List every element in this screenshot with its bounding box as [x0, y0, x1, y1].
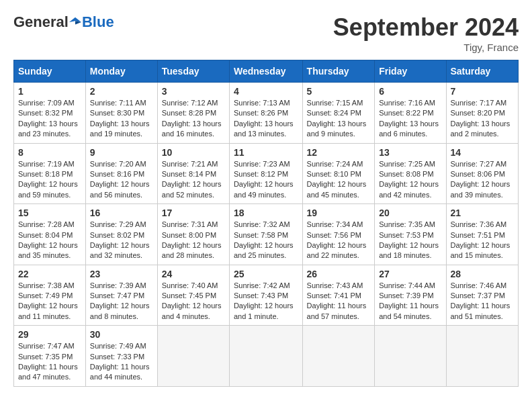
day-info: Sunrise: 7:25 AM Sunset: 8:08 PM Dayligh… [379, 159, 441, 201]
day-number: 18 [234, 208, 298, 218]
daylight-label: Daylight: 12 hours and 18 minutes. [379, 241, 439, 259]
calendar-week-5: 29 Sunrise: 7:47 AM Sunset: 7:35 PM Dayl… [14, 326, 519, 387]
day-info: Sunrise: 7:49 AM Sunset: 7:33 PM Dayligh… [90, 341, 153, 383]
calendar-cell: 3 Sunrise: 7:12 AM Sunset: 8:28 PM Dayli… [157, 83, 229, 144]
sunrise-label: Sunrise: 7:24 AM [307, 160, 363, 168]
day-info: Sunrise: 7:36 AM Sunset: 7:51 PM Dayligh… [451, 220, 515, 261]
day-info: Sunrise: 7:15 AM Sunset: 8:24 PM Dayligh… [307, 98, 371, 140]
daylight-label: Daylight: 12 hours and 8 minutes. [90, 302, 150, 320]
weekday-header-saturday: Saturday [446, 60, 519, 83]
daylight-label: Daylight: 12 hours and 32 minutes. [90, 241, 150, 259]
sunrise-label: Sunrise: 7:13 AM [234, 99, 290, 107]
calendar-cell: 11 Sunrise: 7:23 AM Sunset: 8:12 PM Dayl… [229, 143, 302, 204]
day-number: 26 [307, 269, 371, 279]
day-number: 2 [90, 86, 153, 97]
logo: General Blue [13, 13, 114, 31]
sunrise-label: Sunrise: 7:39 AM [90, 281, 146, 289]
daylight-label: Daylight: 12 hours and 39 minutes. [451, 180, 511, 198]
sunrise-label: Sunrise: 7:15 AM [307, 99, 363, 107]
day-number: 17 [162, 208, 225, 218]
calendar-week-1: 1 Sunrise: 7:09 AM Sunset: 8:32 PM Dayli… [14, 83, 519, 144]
daylight-label: Daylight: 12 hours and 59 minutes. [18, 180, 78, 198]
sunrise-label: Sunrise: 7:35 AM [379, 220, 435, 228]
sunset-label: Sunset: 8:18 PM [18, 170, 73, 178]
day-info: Sunrise: 7:29 AM Sunset: 8:02 PM Dayligh… [90, 220, 153, 261]
day-number: 30 [90, 329, 153, 340]
day-info: Sunrise: 7:31 AM Sunset: 8:00 PM Dayligh… [162, 220, 225, 261]
calendar-cell: 26 Sunrise: 7:43 AM Sunset: 7:41 PM Dayl… [302, 265, 375, 326]
sunset-label: Sunset: 7:45 PM [162, 291, 216, 300]
sunrise-label: Sunrise: 7:16 AM [379, 99, 435, 107]
day-number: 29 [18, 329, 81, 340]
calendar-cell: 19 Sunrise: 7:34 AM Sunset: 7:56 PM Dayl… [302, 204, 375, 265]
sunrise-label: Sunrise: 7:11 AM [90, 99, 146, 107]
calendar-cell: 8 Sunrise: 7:19 AM Sunset: 8:18 PM Dayli… [14, 143, 86, 204]
day-number: 1 [18, 86, 81, 97]
day-number: 21 [451, 208, 515, 218]
calendar-cell: 25 Sunrise: 7:42 AM Sunset: 7:43 PM Dayl… [229, 265, 302, 326]
day-number: 11 [234, 147, 298, 158]
sunrise-label: Sunrise: 7:23 AM [234, 160, 290, 168]
daylight-label: Daylight: 13 hours and 23 minutes. [18, 120, 78, 138]
sunrise-label: Sunrise: 7:17 AM [451, 99, 507, 107]
day-number: 19 [307, 208, 371, 218]
calendar-cell: 28 Sunrise: 7:46 AM Sunset: 7:37 PM Dayl… [446, 265, 519, 326]
sunset-label: Sunset: 7:49 PM [18, 291, 73, 300]
sunset-label: Sunset: 8:06 PM [451, 170, 505, 178]
month-title: September 2024 [333, 13, 519, 42]
day-number: 28 [451, 269, 515, 279]
day-info: Sunrise: 7:20 AM Sunset: 8:16 PM Dayligh… [90, 159, 153, 201]
sunset-label: Sunset: 7:41 PM [307, 291, 361, 300]
calendar-cell: 2 Sunrise: 7:11 AM Sunset: 8:30 PM Dayli… [85, 83, 157, 144]
day-info: Sunrise: 7:40 AM Sunset: 7:45 PM Dayligh… [162, 281, 225, 322]
sunset-label: Sunset: 7:56 PM [307, 231, 361, 239]
sunrise-label: Sunrise: 7:42 AM [234, 281, 290, 289]
day-info: Sunrise: 7:47 AM Sunset: 7:35 PM Dayligh… [18, 341, 81, 383]
day-number: 22 [18, 269, 81, 279]
calendar-cell: 24 Sunrise: 7:40 AM Sunset: 7:45 PM Dayl… [157, 265, 229, 326]
sunset-label: Sunset: 7:58 PM [234, 231, 288, 239]
calendar-cell: 27 Sunrise: 7:44 AM Sunset: 7:39 PM Dayl… [375, 265, 446, 326]
day-number: 7 [451, 86, 515, 97]
sunset-label: Sunset: 8:24 PM [307, 109, 361, 117]
day-info: Sunrise: 7:32 AM Sunset: 7:58 PM Dayligh… [234, 220, 298, 261]
weekday-header-thursday: Thursday [302, 60, 375, 83]
day-info: Sunrise: 7:43 AM Sunset: 7:41 PM Dayligh… [307, 281, 371, 322]
day-number: 13 [379, 147, 441, 158]
daylight-label: Daylight: 12 hours and 42 minutes. [379, 180, 439, 198]
day-number: 8 [18, 147, 81, 158]
title-section: September 2024 Tigy, France [333, 13, 519, 53]
day-number: 9 [90, 147, 153, 158]
calendar-cell: 20 Sunrise: 7:35 AM Sunset: 7:53 PM Dayl… [375, 204, 446, 265]
calendar-table: SundayMondayTuesdayWednesdayThursdayFrid… [13, 60, 519, 387]
calendar-cell: 14 Sunrise: 7:27 AM Sunset: 8:06 PM Dayl… [446, 143, 519, 204]
calendar-cell: 23 Sunrise: 7:39 AM Sunset: 7:47 PM Dayl… [85, 265, 157, 326]
calendar-cell [229, 326, 302, 387]
sunset-label: Sunset: 7:53 PM [379, 231, 433, 239]
calendar-cell: 4 Sunrise: 7:13 AM Sunset: 8:26 PM Dayli… [229, 83, 302, 144]
day-info: Sunrise: 7:23 AM Sunset: 8:12 PM Dayligh… [234, 159, 298, 201]
daylight-label: Daylight: 13 hours and 9 minutes. [307, 120, 367, 138]
day-info: Sunrise: 7:38 AM Sunset: 7:49 PM Dayligh… [18, 281, 81, 322]
sunrise-label: Sunrise: 7:40 AM [162, 281, 218, 289]
day-info: Sunrise: 7:28 AM Sunset: 8:04 PM Dayligh… [18, 220, 81, 261]
day-number: 27 [379, 269, 441, 279]
daylight-label: Daylight: 12 hours and 22 minutes. [307, 241, 367, 259]
day-number: 15 [18, 208, 81, 218]
calendar-cell: 10 Sunrise: 7:21 AM Sunset: 8:14 PM Dayl… [157, 143, 229, 204]
sunrise-label: Sunrise: 7:20 AM [90, 160, 146, 168]
sunset-label: Sunset: 7:51 PM [451, 231, 505, 239]
day-number: 6 [379, 86, 441, 97]
day-info: Sunrise: 7:16 AM Sunset: 8:22 PM Dayligh… [379, 98, 441, 140]
weekday-header-monday: Monday [85, 60, 157, 83]
sunrise-label: Sunrise: 7:47 AM [18, 342, 75, 350]
logo-general-text: General [13, 13, 69, 31]
sunrise-label: Sunrise: 7:21 AM [162, 160, 218, 168]
daylight-label: Daylight: 11 hours and 47 minutes. [18, 363, 78, 381]
day-info: Sunrise: 7:46 AM Sunset: 7:37 PM Dayligh… [451, 281, 515, 322]
day-number: 12 [307, 147, 371, 158]
sunrise-label: Sunrise: 7:28 AM [18, 220, 75, 228]
sunset-label: Sunset: 8:16 PM [90, 170, 144, 178]
day-info: Sunrise: 7:24 AM Sunset: 8:10 PM Dayligh… [307, 159, 371, 201]
calendar-cell: 30 Sunrise: 7:49 AM Sunset: 7:33 PM Dayl… [85, 326, 157, 387]
